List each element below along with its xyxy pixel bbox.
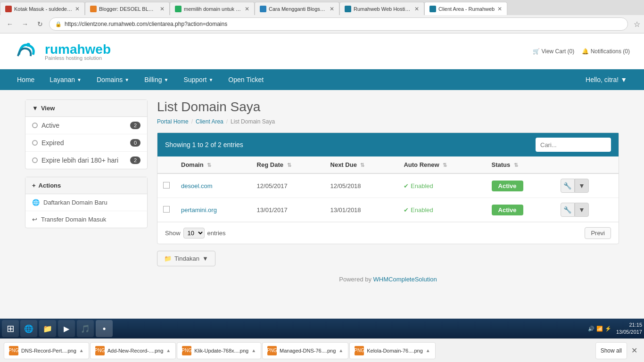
row-checkbox-cell (157, 198, 175, 222)
table-row: pertamini.org 13/01/2017 13/01/2018 ✔ En… (157, 198, 619, 222)
col-regdate: Reg Date ⇅ (251, 156, 325, 173)
sidebar-action-item[interactable]: 🌐Daftarkan Domain Baru (25, 194, 147, 211)
breadcrumb-separator: / (191, 118, 193, 125)
entries-label: entries (207, 230, 226, 237)
sidebar-action-label: Transfer Domain Masuk (41, 216, 106, 223)
whm-link[interactable]: WHMCompleteSolution (373, 276, 437, 283)
forward-button[interactable]: → (19, 18, 31, 30)
bookmark-star[interactable]: ☆ (634, 20, 640, 29)
nav-item-billing[interactable]: Billing▼ (137, 69, 176, 90)
radio-circle (32, 123, 38, 128)
breadcrumb: Portal Home/Client Area/List Domain Saya (157, 118, 619, 125)
action-icon: ↩ (32, 216, 37, 223)
sidebar-action-label: Daftarkan Domain Baru (43, 199, 107, 206)
tindakan-button[interactable]: 📁 Tindakan ▼ (157, 251, 215, 266)
header-right: 🛒 View Cart (0) 🔔 Notifications (0) (533, 48, 630, 55)
content-area: List Domain Saya Portal Home/Client Area… (157, 99, 619, 292)
user-greeting-text: Hello, citra! (586, 76, 619, 83)
sidebar-item-label: Expired (41, 139, 64, 147)
reload-button[interactable]: ↻ (34, 18, 46, 30)
nextdue-sort-icon[interactable]: ⇅ (360, 162, 364, 168)
wrench-button[interactable]: 🔧 (561, 203, 575, 217)
nav-item-domains[interactable]: Domains▼ (89, 69, 137, 90)
regdate-sort-icon[interactable]: ⇅ (287, 162, 291, 168)
browser-tab-tab3[interactable]: memilih domain untuk s...✕ (170, 2, 255, 15)
nav-links: HomeLayanan▼Domains▼Billing▼Support▼Open… (9, 69, 271, 90)
col-autorenew: Auto Renew ⇅ (398, 156, 486, 173)
enabled-text: ✔ Enabled (404, 206, 480, 214)
breadcrumb-current: List Domain Saya (231, 118, 275, 125)
logo-text: rumahweb (45, 42, 111, 57)
browser-tab-tab4[interactable]: Cara Mengganti Blogsp...✕ (255, 2, 339, 15)
dropdown-button[interactable]: ▼ (575, 179, 589, 193)
logo-icon (14, 38, 40, 64)
back-button[interactable]: ← (4, 18, 16, 30)
sidebar-action-items: 🌐Daftarkan Domain Baru↩Transfer Domain M… (25, 194, 147, 228)
secure-icon: 🔒 (55, 21, 62, 27)
bell-icon: 🔔 (582, 48, 589, 55)
action-btn-group: 🔧 ▼ (561, 179, 613, 193)
search-input[interactable] (536, 138, 611, 152)
nav-item-home[interactable]: Home (9, 69, 42, 90)
col-status: Status ⇅ (486, 156, 555, 173)
sidebar-item-left: Expired (32, 139, 64, 147)
enabled-text: ✔ Enabled (404, 182, 480, 189)
radio-circle (32, 140, 38, 146)
domain-table-section: Showing 1 to 2 of 2 entries Domain ⇅ Reg… (157, 132, 619, 244)
nav-item-open-ticket[interactable]: Open Ticket (221, 69, 271, 90)
entries-select[interactable]: 10 25 50 (183, 228, 205, 239)
row-action-cell: 🔧 ▼ (555, 173, 619, 198)
sidebar-view-item[interactable]: Expire lebih dari 180+ hari2 (25, 152, 147, 169)
dropdown-button[interactable]: ▼ (575, 203, 589, 217)
sidebar-actions-header: + Actions (25, 177, 147, 194)
logo-tagline: Painless hosting solution (45, 55, 111, 61)
user-dropdown-arrow: ▼ (620, 76, 627, 83)
col-nextdue: Next Due ⇅ (325, 156, 398, 173)
address-bar[interactable]: 🔒 https://clientzone.rumahweb.com/client… (49, 17, 628, 31)
domain-link[interactable]: desoel.com (181, 182, 212, 189)
row-checkbox[interactable] (163, 206, 170, 213)
view-label: View (41, 105, 55, 112)
sidebar: ▼ View Active2Expired0Expire lebih dari … (25, 99, 148, 292)
browser-tab-tab6[interactable]: Client Area - Rumahweb✕ (424, 2, 507, 15)
breadcrumb-link[interactable]: Portal Home (157, 118, 189, 125)
domain-link[interactable]: pertamini.org (181, 206, 217, 214)
site-header: rumahweb Painless hosting solution 🛒 Vie… (0, 33, 644, 69)
nav-item-support[interactable]: Support▼ (176, 69, 221, 90)
tindakan-arrow: ▼ (202, 255, 208, 262)
wrench-button[interactable]: 🔧 (561, 179, 575, 193)
actions-label: Actions (39, 182, 61, 189)
status-sort-icon[interactable]: ⇅ (514, 162, 518, 168)
cart-link[interactable]: 🛒 View Cart (0) (533, 48, 574, 55)
notifications-link[interactable]: 🔔 Notifications (0) (582, 48, 630, 55)
row-nextdue-cell: 12/05/2018 (325, 173, 398, 198)
main-nav: HomeLayanan▼Domains▼Billing▼Support▼Open… (0, 69, 644, 90)
nav-dropdown-arrow: ▼ (208, 77, 213, 82)
sidebar-view-item[interactable]: Active2 (25, 117, 147, 134)
sidebar-view-item[interactable]: Expired0 (25, 134, 147, 152)
browser-tab-tab2[interactable]: Blogger: DESOEL BLOG...✕ (85, 2, 170, 15)
domain-sort-icon[interactable]: ⇅ (207, 162, 211, 168)
row-checkbox-cell (157, 173, 175, 198)
row-autorenew-cell: ✔ Enabled (398, 173, 486, 198)
table-header-bar: Showing 1 to 2 of 2 entries (157, 133, 619, 156)
browser-tab-tab5[interactable]: Rumahweb Web Hostin...✕ (339, 2, 424, 15)
row-checkbox[interactable] (163, 182, 170, 189)
sidebar-badge: 2 (130, 122, 140, 129)
logo-area: rumahweb Painless hosting solution (14, 38, 111, 64)
sidebar-action-item[interactable]: ↩Transfer Domain Masuk (25, 211, 147, 228)
user-menu[interactable]: Hello, citra! ▼ (578, 69, 635, 90)
page-title: List Domain Saya (157, 99, 619, 115)
row-domain-cell: desoel.com (175, 173, 251, 198)
tindakan-label: Tindakan (174, 255, 199, 262)
nav-item-layanan[interactable]: Layanan▼ (42, 69, 89, 90)
autorenew-sort-icon[interactable]: ⇅ (443, 162, 447, 168)
breadcrumb-link[interactable]: Client Area (196, 118, 223, 125)
url-text: https://clientzone.rumahweb.com/clientar… (65, 21, 227, 27)
browser-tab-tab1[interactable]: Kotak Masuk - suldede1...✕ (0, 2, 85, 15)
show-entries: Show 10 25 50 entries (165, 228, 226, 239)
powered-by: Powered by WHMCompleteSolution (157, 276, 619, 292)
prev-button[interactable]: Previ (585, 227, 611, 239)
action-btn-group: 🔧 ▼ (561, 203, 613, 217)
table-row: desoel.com 12/05/2017 12/05/2018 ✔ Enabl… (157, 173, 619, 198)
